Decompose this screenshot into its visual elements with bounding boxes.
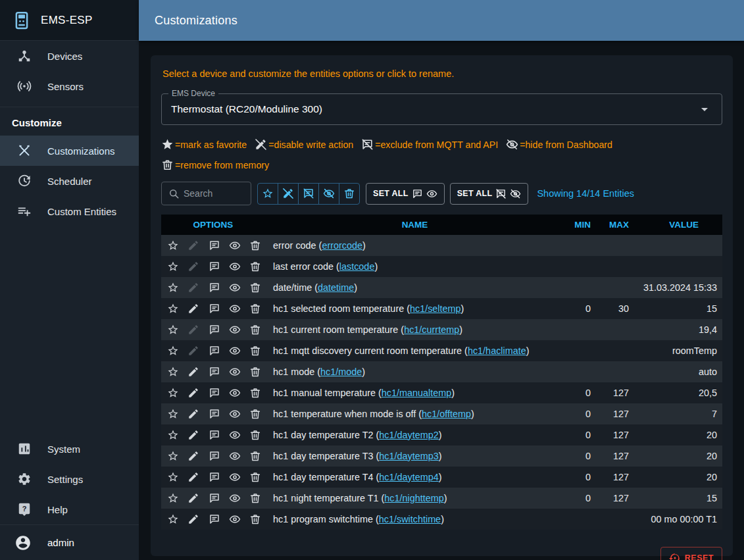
delete-button[interactable]	[245, 257, 265, 276]
delete-button[interactable]	[245, 299, 265, 318]
mqtt-exclude-button[interactable]	[204, 299, 224, 318]
edit-button[interactable]	[184, 236, 203, 255]
sidebar-item-custom-entities[interactable]: Custom Entities	[0, 196, 139, 226]
visibility-button[interactable]	[225, 236, 245, 255]
favorite-button[interactable]	[163, 257, 183, 276]
edit-button[interactable]	[184, 299, 203, 318]
favorite-button[interactable]	[163, 299, 183, 318]
entity-name[interactable]: hc1 night temperature T1 (hc1/nighttemp)	[265, 493, 564, 503]
favorite-button[interactable]	[163, 447, 183, 465]
favorite-button[interactable]	[163, 236, 183, 255]
delete-button[interactable]	[245, 384, 265, 402]
entity-link[interactable]: hc1/offtemp	[422, 409, 471, 419]
user-row[interactable]: admin	[0, 524, 139, 560]
entity-name[interactable]: hc1 mqtt discovery current room temperat…	[265, 345, 564, 356]
filter-disable-write-button[interactable]	[278, 183, 299, 205]
mqtt-exclude-button[interactable]	[204, 468, 224, 486]
visibility-button[interactable]	[225, 257, 245, 276]
favorite-button[interactable]	[163, 405, 183, 423]
favorite-button[interactable]	[163, 384, 183, 402]
entity-name[interactable]: hc1 current room temperature (hc1/currte…	[265, 324, 564, 335]
favorite-button[interactable]	[163, 363, 183, 381]
entity-link[interactable]: hc1/daytemp3	[379, 451, 438, 461]
favorite-button[interactable]	[163, 320, 183, 339]
entity-link[interactable]: hc1/switchtime	[379, 514, 441, 524]
edit-button[interactable]	[184, 510, 203, 528]
favorite-button[interactable]	[163, 426, 183, 444]
entity-name[interactable]: error code (errorcode)	[265, 240, 564, 251]
entity-link[interactable]: datetime	[318, 282, 354, 293]
edit-button[interactable]	[184, 405, 203, 423]
entity-link[interactable]: hc1/manualtemp	[382, 388, 451, 398]
sidebar-item-sensors[interactable]: Sensors	[0, 71, 139, 101]
mqtt-exclude-button[interactable]	[204, 257, 224, 276]
entity-link[interactable]: hc1/daytemp2	[379, 430, 438, 440]
sidebar-item-help[interactable]: ?Help	[0, 494, 139, 524]
sidebar-item-settings[interactable]: Settings	[0, 464, 139, 494]
sidebar-item-customizations[interactable]: Customizations	[0, 136, 139, 166]
favorite-button[interactable]	[163, 510, 183, 528]
visibility-button[interactable]	[225, 489, 245, 507]
favorite-button[interactable]	[163, 468, 183, 486]
filter-favorite-button[interactable]	[257, 183, 278, 205]
mqtt-exclude-button[interactable]	[204, 320, 224, 339]
delete-button[interactable]	[245, 468, 265, 486]
entity-name[interactable]: hc1 day temperature T4 (hc1/daytemp4)	[265, 472, 564, 482]
entity-name[interactable]: hc1 day temperature T2 (hc1/daytemp2)	[265, 430, 564, 440]
delete-button[interactable]	[245, 342, 265, 360]
entity-link[interactable]: errorcode	[322, 240, 362, 251]
set-all-button-1[interactable]: SET ALL	[366, 183, 445, 205]
sidebar-item-devices[interactable]: Devices	[0, 41, 139, 71]
entity-name[interactable]: hc1 manual temperature (hc1/manualtemp)	[265, 388, 564, 398]
edit-button[interactable]	[184, 320, 203, 339]
mqtt-exclude-button[interactable]	[204, 278, 224, 297]
edit-button[interactable]	[184, 342, 203, 360]
sidebar-item-system[interactable]: System	[0, 434, 139, 464]
visibility-button[interactable]	[225, 320, 245, 339]
entity-name[interactable]: hc1 temperature when mode is off (hc1/of…	[265, 409, 564, 419]
entity-link[interactable]: hc1/haclimate	[468, 345, 526, 356]
edit-button[interactable]	[184, 447, 203, 465]
edit-button[interactable]	[184, 384, 203, 402]
edit-button[interactable]	[184, 257, 203, 276]
visibility-button[interactable]	[225, 468, 245, 486]
mqtt-exclude-button[interactable]	[204, 342, 224, 360]
mqtt-exclude-button[interactable]	[204, 405, 224, 423]
set-all-button-2[interactable]: SET ALL	[450, 183, 529, 205]
sidebar-item-scheduler[interactable]: Scheduler	[0, 166, 139, 196]
entity-link[interactable]: hc1/mode	[320, 367, 362, 377]
entity-name[interactable]: hc1 program switchtime (hc1/switchtime)	[265, 514, 564, 524]
favorite-button[interactable]	[163, 342, 183, 360]
edit-button[interactable]	[184, 426, 203, 444]
visibility-button[interactable]	[225, 342, 245, 360]
favorite-button[interactable]	[163, 489, 183, 507]
delete-button[interactable]	[245, 363, 265, 381]
edit-button[interactable]	[184, 363, 203, 381]
filter-mqtt-exclude-button[interactable]	[298, 183, 319, 205]
mqtt-exclude-button[interactable]	[204, 236, 224, 255]
entity-name[interactable]: hc1 selected room temperature (hc1/selte…	[265, 303, 564, 314]
edit-button[interactable]	[184, 489, 203, 507]
delete-button[interactable]	[245, 426, 265, 444]
entity-link[interactable]: hc1/seltemp	[410, 303, 461, 314]
ems-device-select[interactable]: EMS Device Thermostat (RC20/Moduline 300…	[161, 93, 722, 125]
entity-name[interactable]: hc1 day temperature T3 (hc1/daytemp3)	[265, 451, 564, 461]
mqtt-exclude-button[interactable]	[204, 363, 224, 381]
entity-name[interactable]: date/time (datetime)	[265, 282, 564, 293]
search-input[interactable]	[184, 188, 245, 199]
visibility-button[interactable]	[225, 299, 245, 318]
mqtt-exclude-button[interactable]	[204, 510, 224, 528]
favorite-button[interactable]	[163, 278, 183, 297]
entity-link[interactable]: hc1/nighttemp	[384, 493, 443, 503]
edit-button[interactable]	[184, 468, 203, 486]
filter-hide-dashboard-button[interactable]	[318, 183, 339, 205]
visibility-button[interactable]	[225, 510, 245, 528]
delete-button[interactable]	[245, 405, 265, 423]
entity-name[interactable]: last error code (lastcode)	[265, 261, 564, 272]
visibility-button[interactable]	[225, 405, 245, 423]
edit-button[interactable]	[184, 278, 203, 297]
delete-button[interactable]	[245, 278, 265, 297]
delete-button[interactable]	[245, 510, 265, 528]
visibility-button[interactable]	[225, 384, 245, 402]
mqtt-exclude-button[interactable]	[204, 447, 224, 465]
